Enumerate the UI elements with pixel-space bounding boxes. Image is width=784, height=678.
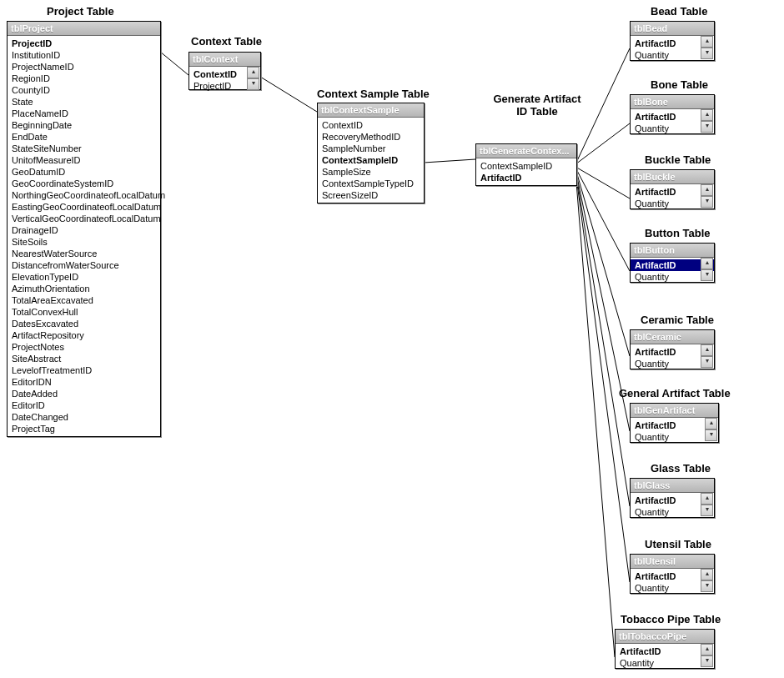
- field-project-8[interactable]: EndDate: [8, 131, 160, 143]
- field-project-3[interactable]: RegionID: [8, 73, 160, 84]
- heading-buckle: Buckle Table: [645, 153, 711, 166]
- field-project-4[interactable]: CountyID: [8, 84, 160, 96]
- field-generate-1[interactable]: ArtifactID: [476, 172, 576, 183]
- table-genartifact[interactable]: tblGenArtifact ArtifactIDQuantity ▴▾: [630, 403, 719, 443]
- field-tobaccoPipe-1[interactable]: Quantity: [616, 657, 714, 669]
- table-button[interactable]: tblButton ArtifactIDQuantity ▴▾: [630, 243, 715, 283]
- field-project-13[interactable]: NorthingGeoCoordinateofLocalDatum: [8, 189, 160, 201]
- field-contextSample-0[interactable]: ContextID: [318, 119, 424, 131]
- field-project-15[interactable]: VerticalGeoCoordinateofLocalDatum: [8, 213, 160, 224]
- scroll-down-icon[interactable]: ▾: [247, 78, 259, 90]
- scroll-down-icon[interactable]: ▾: [701, 356, 713, 368]
- field-project-25[interactable]: ArtifactRepository: [8, 329, 160, 341]
- table-glass[interactable]: tblGlass ArtifactIDQuantity ▴▾: [630, 478, 715, 518]
- field-project-5[interactable]: State: [8, 96, 160, 108]
- tbl-context-title: tblContext: [189, 53, 260, 67]
- field-project-14[interactable]: EastingGeoCoordinateofLocalDatum: [8, 201, 160, 213]
- field-project-28[interactable]: LevelofTreatmentID: [8, 364, 160, 376]
- field-project-11[interactable]: GeoDatumID: [8, 166, 160, 178]
- table-project[interactable]: tblProject ProjectIDInstitutionIDProject…: [7, 21, 161, 437]
- scroll-up-icon[interactable]: ▴: [701, 344, 713, 356]
- scroll-up-icon[interactable]: ▴: [701, 36, 713, 48]
- field-project-17[interactable]: SiteSoils: [8, 236, 160, 248]
- heading-project: Project Table: [47, 5, 114, 18]
- field-project-30[interactable]: DateAdded: [8, 388, 160, 399]
- scroll-up-icon[interactable]: ▴: [701, 109, 713, 121]
- field-contextSample-3[interactable]: ContextSampleID: [318, 154, 424, 166]
- scroll-up-icon[interactable]: ▴: [247, 67, 259, 78]
- table-tobaccopipe[interactable]: tblTobaccoPipe ArtifactIDQuantity ▴▾: [615, 629, 715, 669]
- field-contextSample-6[interactable]: ScreenSizeID: [318, 189, 424, 201]
- field-contextSample-4[interactable]: SampleSize: [318, 166, 424, 178]
- field-contextSample-1[interactable]: RecoveryMethodID: [318, 131, 424, 143]
- table-contextsample[interactable]: tblContextSample ContextIDRecoveryMethod…: [317, 103, 425, 203]
- scroll-down-icon[interactable]: ▾: [701, 655, 713, 667]
- field-project-27[interactable]: SiteAbstract: [8, 353, 160, 364]
- field-project-12[interactable]: GeoCoordinateSystemID: [8, 178, 160, 189]
- scroll-down-icon[interactable]: ▾: [701, 121, 713, 133]
- field-project-18[interactable]: NearestWaterSource: [8, 248, 160, 259]
- tbl-utensil-title: tblUtensil: [631, 555, 714, 569]
- heading-glass: Glass Table: [651, 462, 711, 475]
- field-project-29[interactable]: EditorIDN: [8, 376, 160, 388]
- heading-genartifact: General Artifact Table: [619, 387, 731, 399]
- field-contextSample-5[interactable]: ContextSampleTypeID: [318, 178, 424, 189]
- table-generate[interactable]: tblGenerateContex... ContextSampleIDArti…: [475, 143, 577, 186]
- field-project-20[interactable]: ElevationTypeID: [8, 271, 160, 283]
- field-project-21[interactable]: AzimuthOrientation: [8, 283, 160, 294]
- field-project-9[interactable]: StateSiteNumber: [8, 143, 160, 154]
- scroll-up-icon[interactable]: ▴: [701, 258, 713, 269]
- scroll-down-icon[interactable]: ▾: [701, 269, 713, 281]
- tbl-project-title: tblProject: [8, 22, 160, 36]
- tbl-genartifact-title: tblGenArtifact: [631, 404, 718, 418]
- table-utensil[interactable]: tblUtensil ArtifactIDQuantity ▴▾: [630, 554, 715, 594]
- field-project-19[interactable]: DistancefromWaterSource: [8, 259, 160, 271]
- field-project-23[interactable]: TotalConvexHull: [8, 306, 160, 318]
- field-generate-0[interactable]: ContextSampleID: [476, 160, 576, 172]
- scroll-up-icon[interactable]: ▴: [705, 418, 717, 429]
- tbl-button-title: tblButton: [631, 244, 714, 258]
- tbl-bone-title: tblBone: [631, 95, 714, 109]
- field-contextSample-2[interactable]: SampleNumber: [318, 143, 424, 154]
- scroll-up-icon[interactable]: ▴: [701, 184, 713, 196]
- scroll-up-icon[interactable]: ▴: [701, 569, 713, 580]
- field-project-2[interactable]: ProjectNameID: [8, 61, 160, 73]
- heading-utensil: Utensil Table: [645, 538, 711, 550]
- field-project-31[interactable]: EditorID: [8, 399, 160, 411]
- tbl-glass-title: tblGlass: [631, 479, 714, 493]
- field-project-10[interactable]: UnitofMeasureID: [8, 154, 160, 166]
- field-project-0[interactable]: ProjectID: [8, 38, 160, 49]
- scroll-up-icon[interactable]: ▴: [701, 644, 713, 655]
- scroll-down-icon[interactable]: ▾: [705, 429, 717, 441]
- svg-line-9: [575, 170, 630, 506]
- table-bone[interactable]: tblBone ArtifactIDQuantity ▴▾: [630, 94, 715, 134]
- table-bead[interactable]: tblBead ArtifactIDQuantity ▴▾: [630, 21, 715, 61]
- scroll-down-icon[interactable]: ▾: [701, 196, 713, 208]
- svg-line-1: [260, 77, 317, 112]
- table-buckle[interactable]: tblBuckle ArtifactIDQuantity ▴▾: [630, 169, 715, 209]
- field-project-6[interactable]: PlaceNameID: [8, 108, 160, 119]
- table-context[interactable]: tblContext ContextIDProjectID ▴ ▾: [188, 52, 261, 90]
- heading-generate: Generate Artifact ID Table: [487, 93, 587, 118]
- scroll-down-icon[interactable]: ▾: [701, 48, 713, 59]
- field-project-32[interactable]: DateChanged: [8, 411, 160, 423]
- tbl-contextsample-title: tblContextSample: [318, 103, 424, 118]
- svg-line-0: [160, 52, 188, 75]
- field-project-16[interactable]: DrainageID: [8, 224, 160, 236]
- field-tobaccoPipe-0[interactable]: ArtifactID: [616, 645, 714, 657]
- heading-contextsample: Context Sample Table: [317, 88, 430, 100]
- field-project-26[interactable]: ProjectNotes: [8, 341, 160, 353]
- field-project-7[interactable]: BeginningDate: [8, 119, 160, 131]
- field-project-33[interactable]: ProjectTag: [8, 423, 160, 434]
- svg-line-7: [575, 168, 630, 356]
- heading-bone: Bone Table: [651, 78, 708, 91]
- scroll-up-icon[interactable]: ▴: [701, 493, 713, 505]
- scroll-down-icon[interactable]: ▾: [701, 580, 713, 592]
- table-ceramic[interactable]: tblCeramic ArtifactIDQuantity ▴▾: [630, 329, 715, 369]
- tbl-bead-title: tblBead: [631, 22, 714, 36]
- field-project-1[interactable]: InstitutionID: [8, 49, 160, 61]
- tbl-generate-title: tblGenerateContex...: [476, 144, 576, 158]
- field-project-24[interactable]: DatesExcavated: [8, 318, 160, 329]
- scroll-down-icon[interactable]: ▾: [701, 505, 713, 516]
- field-project-22[interactable]: TotalAreaExcavated: [8, 294, 160, 306]
